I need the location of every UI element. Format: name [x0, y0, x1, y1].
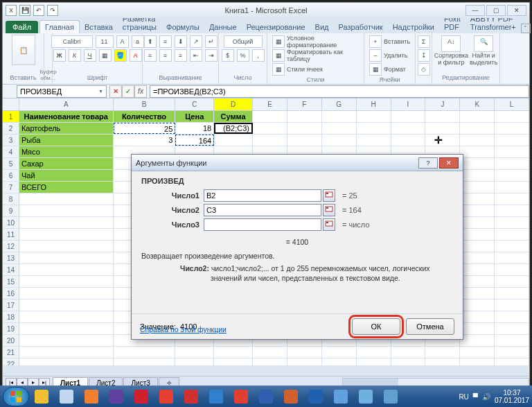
taskbar-app-icon[interactable]: [130, 388, 153, 406]
taskbar-app-icon[interactable]: [55, 388, 78, 406]
row-header[interactable]: 21: [3, 347, 19, 358]
sort-filter-button[interactable]: A↓: [441, 35, 461, 52]
taskbar-app-icon[interactable]: [179, 388, 203, 406]
wrap-text-icon[interactable]: ↵: [205, 35, 218, 48]
clear-icon[interactable]: ◇: [418, 63, 430, 76]
cell[interactable]: [214, 135, 253, 146]
paste-button[interactable]: 📋: [12, 35, 35, 65]
range-picker-icon[interactable]: [323, 218, 335, 231]
tray-lang[interactable]: RU: [459, 393, 468, 401]
delete-cells-icon[interactable]: –: [369, 49, 382, 62]
align-top-icon[interactable]: ⬆: [144, 35, 157, 48]
format-cells-icon[interactable]: ▦: [369, 63, 382, 76]
col-header-E[interactable]: E: [253, 98, 287, 110]
cell[interactable]: Картофель: [19, 123, 114, 134]
minimize-button[interactable]: —: [466, 5, 485, 16]
taskbar-app-icon[interactable]: [105, 388, 128, 406]
fill-color-button[interactable]: 🪣: [114, 49, 127, 62]
row-header[interactable]: 3: [3, 135, 19, 146]
taskbar-app-icon[interactable]: [30, 388, 53, 406]
border-button[interactable]: ▦: [99, 49, 112, 62]
find-select-button[interactable]: 🔍: [474, 35, 493, 52]
arg-input[interactable]: [204, 218, 321, 231]
taskbar-app-icon[interactable]: [229, 388, 253, 406]
align-center-icon[interactable]: ≡: [159, 49, 172, 62]
col-header-J[interactable]: J: [425, 98, 460, 110]
row-header[interactable]: 12: [3, 241, 19, 252]
taskbar-app-icon[interactable]: [329, 388, 353, 406]
cell[interactable]: 18: [175, 123, 214, 134]
row-header[interactable]: 22: [3, 358, 19, 365]
increase-indent-icon[interactable]: ⇥: [205, 49, 218, 62]
chevron-down-icon[interactable]: ▼: [98, 89, 103, 94]
cell[interactable]: Количество: [114, 111, 176, 122]
row-header[interactable]: 14: [3, 264, 19, 275]
percent-icon[interactable]: %: [237, 49, 249, 62]
comma-icon[interactable]: ,: [252, 49, 265, 62]
enter-formula-icon[interactable]: ✓: [122, 85, 134, 98]
taskbar-app-icon[interactable]: [304, 388, 328, 406]
row-header[interactable]: 1: [3, 111, 19, 122]
row-header[interactable]: 10: [3, 217, 19, 228]
dialog-titlebar[interactable]: Аргументы функции ? ✕: [132, 155, 463, 171]
arg-input[interactable]: [204, 189, 321, 202]
arg-input[interactable]: [204, 204, 321, 216]
col-header-I[interactable]: I: [391, 98, 426, 110]
bold-button[interactable]: Ж: [53, 49, 66, 62]
tray-net-icon[interactable]: ▀: [473, 393, 478, 401]
decrease-font-icon[interactable]: a: [132, 35, 144, 48]
ribbon-tab[interactable]: Данные: [204, 21, 242, 33]
file-tab[interactable]: Файл: [6, 21, 38, 33]
formula-input[interactable]: =ПРОИЗВЕД(B2;C3): [150, 85, 529, 98]
tray-clock[interactable]: 10:37 07.01.2017: [495, 389, 529, 404]
row-header[interactable]: 4: [3, 146, 19, 157]
italic-button[interactable]: К: [69, 49, 81, 62]
col-header-C[interactable]: C: [175, 98, 214, 110]
cell[interactable]: Сахар: [19, 158, 114, 169]
select-all-corner[interactable]: [3, 98, 19, 110]
col-header-D[interactable]: D: [214, 98, 253, 110]
cancel-button[interactable]: Отмена: [406, 318, 454, 335]
align-right-icon[interactable]: ≡: [175, 49, 187, 62]
row-header[interactable]: 20: [3, 335, 19, 346]
row-header[interactable]: 11: [3, 229, 19, 240]
col-header-H[interactable]: H: [357, 98, 391, 110]
ribbon-tab[interactable]: Вид: [310, 21, 334, 33]
cell[interactable]: 3: [114, 135, 176, 146]
row-header[interactable]: 6: [3, 170, 19, 181]
cell[interactable]: 25: [114, 123, 176, 134]
row-header[interactable]: 5: [3, 158, 19, 169]
font-name-select[interactable]: Calibri: [51, 35, 93, 48]
format-as-table[interactable]: Форматировать как таблицу: [287, 49, 360, 62]
dialog-help-button[interactable]: ?: [418, 157, 438, 168]
conditional-formatting[interactable]: Условное форматирование: [287, 35, 360, 49]
col-header-K[interactable]: K: [460, 98, 495, 110]
undo-icon[interactable]: ↶: [33, 5, 44, 16]
cell[interactable]: Рыба: [19, 135, 114, 146]
cancel-formula-icon[interactable]: ✕: [109, 85, 122, 98]
taskbar-app-icon[interactable]: [80, 388, 103, 406]
col-header-F[interactable]: F: [287, 98, 322, 110]
taskbar-app-icon[interactable]: [279, 388, 303, 406]
cond-format-icon[interactable]: ▦: [272, 35, 285, 48]
range-picker-icon[interactable]: [323, 189, 335, 202]
col-header-L[interactable]: L: [495, 98, 529, 110]
delete-cells[interactable]: Удалить: [384, 52, 407, 59]
row-header[interactable]: 8: [3, 193, 19, 205]
row-header[interactable]: 17: [3, 300, 19, 311]
col-header-A[interactable]: A: [19, 98, 114, 110]
close-button[interactable]: ✕: [507, 5, 526, 16]
start-button[interactable]: [3, 387, 29, 406]
name-box[interactable]: ПРОИЗВЕД ▼: [17, 85, 107, 98]
cell[interactable]: (В2;С3): [214, 123, 253, 134]
taskbar-app-icon[interactable]: [379, 388, 402, 406]
decrease-indent-icon[interactable]: ⇤: [190, 49, 202, 62]
increase-font-icon[interactable]: A: [116, 35, 129, 48]
row-header[interactable]: 9: [3, 205, 19, 216]
ribbon-minimize-icon[interactable]: ˄: [521, 24, 531, 33]
row-header[interactable]: 7: [3, 182, 19, 193]
col-header-B[interactable]: B: [114, 98, 176, 110]
ok-button[interactable]: ОК: [352, 318, 400, 335]
font-color-button[interactable]: A: [130, 49, 142, 62]
ribbon-tab[interactable]: Главная: [39, 20, 80, 33]
